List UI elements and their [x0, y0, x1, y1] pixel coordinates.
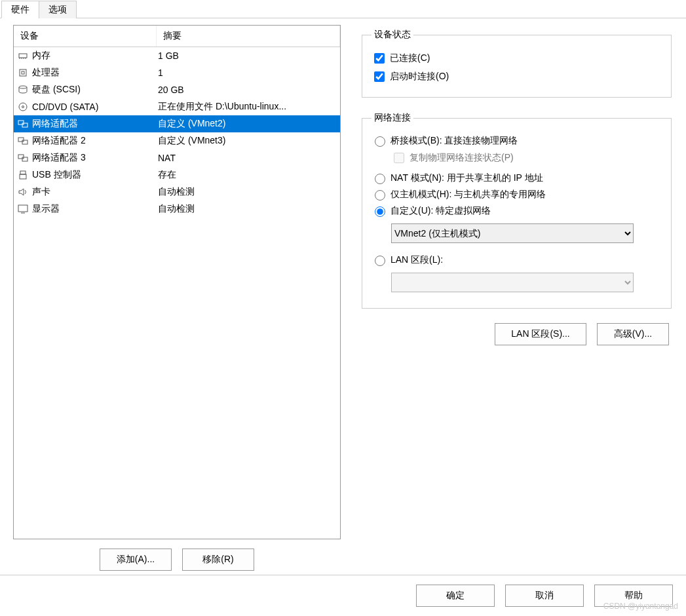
disk-icon: [16, 83, 29, 96]
custom-radio[interactable]: [375, 206, 385, 217]
net-icon: [16, 117, 29, 130]
hostonly-label: 仅主机模式(H): 与主机共享的专用网络: [391, 189, 546, 201]
device-summary: 1: [157, 67, 340, 78]
device-row[interactable]: 显示器自动检测: [14, 201, 340, 218]
cd-icon: [16, 100, 29, 113]
nat-radio[interactable]: [375, 174, 385, 184]
device-summary: 1 GB: [157, 50, 340, 61]
tabs: 硬件 选项: [0, 0, 686, 18]
svg-point-3: [19, 86, 27, 88]
device-row[interactable]: 处理器1: [14, 64, 340, 81]
svg-rect-13: [20, 174, 26, 179]
device-name: CD/DVD (SATA): [32, 102, 98, 112]
lan-label: LAN 区段(L):: [391, 254, 443, 266]
device-list-header: 设备 摘要: [14, 26, 340, 47]
connected-checkbox[interactable]: [374, 53, 385, 64]
tab-options[interactable]: 选项: [39, 1, 77, 18]
column-header-summary[interactable]: 摘要: [157, 26, 340, 47]
device-row[interactable]: 网络适配器自定义 (VMnet2): [14, 115, 340, 132]
bridged-radio-row[interactable]: 桥接模式(B): 直接连接物理网络: [372, 134, 662, 147]
device-name: 网络适配器 2: [32, 135, 86, 147]
lan-segments-button[interactable]: LAN 区段(S)...: [495, 323, 586, 345]
hostonly-radio-row[interactable]: 仅主机模式(H): 与主机共享的专用网络: [372, 188, 662, 201]
device-row[interactable]: 网络适配器 2自定义 (VMnet3): [14, 132, 340, 149]
lan-radio[interactable]: [375, 256, 385, 266]
network-connection-legend: 网络连接: [372, 112, 413, 124]
lan-radio-row[interactable]: LAN 区段(L):: [372, 254, 662, 266]
device-summary: 自定义 (VMnet3): [157, 135, 340, 147]
custom-radio-row[interactable]: 自定义(U): 特定虚拟网络: [372, 204, 662, 217]
nat-radio-row[interactable]: NAT 模式(N): 用于共享主机的 IP 地址: [372, 172, 662, 184]
bridged-label: 桥接模式(B): 直接连接物理网络: [391, 135, 518, 147]
svg-rect-12: [20, 171, 26, 174]
device-name: 内存: [32, 50, 50, 62]
device-name: 处理器: [32, 67, 60, 79]
svg-rect-6: [18, 121, 24, 125]
device-summary: NAT: [157, 153, 340, 163]
connected-label: 已连接(C): [390, 52, 430, 64]
device-name: USB 控制器: [32, 169, 81, 181]
device-row[interactable]: USB 控制器存在: [14, 166, 340, 183]
device-name: 硬盘 (SCSI): [32, 84, 81, 96]
network-connection-group: 网络连接 桥接模式(B): 直接连接物理网络 复制物理网络连接状态(P) NAT…: [362, 112, 672, 309]
replicate-checkbox-row: 复制物理网络连接状态(P): [391, 151, 662, 165]
svg-rect-8: [18, 138, 24, 142]
net-icon: [16, 151, 29, 164]
device-name: 显示器: [32, 203, 60, 215]
svg-rect-11: [22, 157, 28, 161]
ok-button[interactable]: 确定: [416, 585, 495, 607]
device-summary: 自动检测: [157, 186, 340, 198]
svg-rect-2: [22, 71, 24, 74]
connect-at-power-checkbox[interactable]: [374, 71, 385, 82]
sound-icon: [16, 185, 29, 199]
tab-hardware[interactable]: 硬件: [1, 1, 39, 18]
connected-checkbox-row[interactable]: 已连接(C): [372, 51, 662, 66]
lan-segment-select: [391, 273, 634, 292]
custom-network-select[interactable]: VMnet2 (仅主机模式): [391, 223, 634, 243]
custom-label: 自定义(U): 特定虚拟网络: [391, 205, 491, 217]
svg-rect-0: [19, 54, 27, 58]
cancel-button[interactable]: 取消: [505, 585, 584, 607]
svg-rect-10: [18, 155, 24, 159]
display-icon: [16, 202, 29, 216]
add-button[interactable]: 添加(A)...: [100, 549, 172, 571]
device-name: 网络适配器 3: [32, 152, 86, 164]
device-summary: 自定义 (VMnet2): [157, 118, 340, 130]
device-summary: 自动检测: [157, 203, 340, 215]
usb-icon: [16, 168, 29, 182]
device-row[interactable]: 网络适配器 3NAT: [14, 149, 340, 166]
connect-at-power-checkbox-row[interactable]: 启动时连接(O): [372, 69, 662, 84]
device-list: 设备 摘要 内存1 GB处理器1硬盘 (SCSI)20 GBCD/DVD (SA…: [13, 25, 341, 539]
hostonly-radio[interactable]: [375, 190, 385, 201]
device-name: 声卡: [32, 186, 50, 198]
dialog-footer: 确定 取消 帮助: [0, 575, 686, 616]
remove-button[interactable]: 移除(R): [182, 549, 254, 571]
svg-point-4: [19, 103, 27, 111]
svg-rect-9: [22, 140, 28, 144]
replicate-checkbox: [394, 153, 404, 163]
device-row[interactable]: 声卡自动检测: [14, 183, 340, 201]
device-name: 网络适配器: [32, 118, 78, 130]
nat-label: NAT 模式(N): 用于共享主机的 IP 地址: [391, 172, 543, 184]
column-header-device[interactable]: 设备: [14, 26, 157, 47]
help-button[interactable]: 帮助: [594, 585, 673, 607]
memory-icon: [16, 49, 29, 62]
device-summary: 20 GB: [157, 85, 340, 95]
device-summary: 正在使用文件 D:\Ubuntu-linux...: [157, 101, 340, 113]
svg-rect-1: [20, 69, 26, 76]
device-summary: 存在: [157, 169, 340, 181]
device-status-group: 设备状态 已连接(C) 启动时连接(O): [362, 29, 672, 98]
svg-rect-14: [18, 205, 28, 212]
svg-point-5: [22, 106, 24, 108]
device-row[interactable]: 内存1 GB: [14, 47, 340, 64]
advanced-button[interactable]: 高级(V)...: [597, 323, 669, 345]
cpu-icon: [16, 66, 29, 79]
bridged-radio[interactable]: [375, 136, 385, 147]
device-status-legend: 设备状态: [372, 29, 413, 41]
replicate-label: 复制物理网络连接状态(P): [410, 152, 514, 164]
net-icon: [16, 134, 29, 147]
device-row[interactable]: CD/DVD (SATA)正在使用文件 D:\Ubuntu-linux...: [14, 98, 340, 115]
svg-rect-7: [22, 123, 28, 127]
connect-at-power-label: 启动时连接(O): [390, 71, 449, 83]
device-row[interactable]: 硬盘 (SCSI)20 GB: [14, 81, 340, 98]
